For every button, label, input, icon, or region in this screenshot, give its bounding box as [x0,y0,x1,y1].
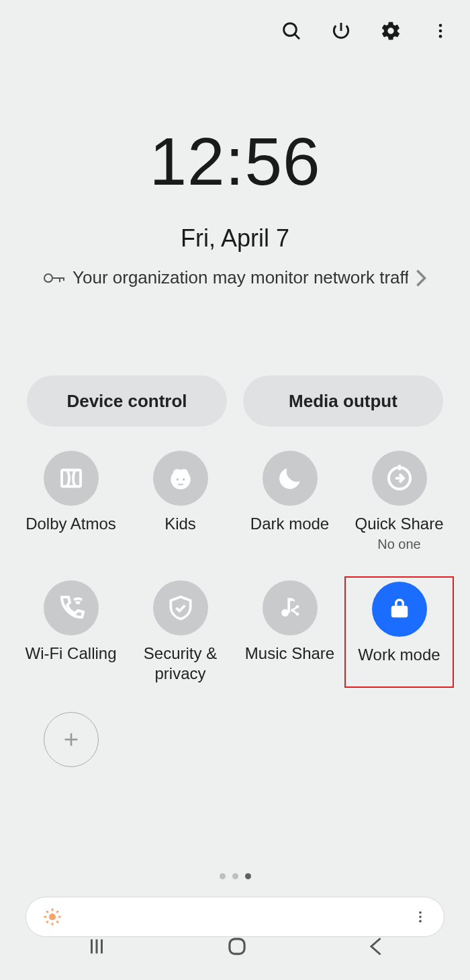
page-dot[interactable] [245,873,251,879]
chevron-right-icon [415,269,427,287]
recents-button[interactable] [85,934,109,959]
page-dot[interactable] [232,873,238,879]
tile-label: Security & privacy [127,643,234,684]
svg-point-0 [284,24,297,36]
page-indicator [0,873,470,879]
shield-icon [153,580,208,635]
tile-label: Kids [164,514,196,534]
clock-date: Fri, April 7 [0,224,470,253]
tile-label: Work mode [358,645,440,665]
device-control-label: Device control [66,391,187,412]
tile-dolby-atmos[interactable]: Dolby Atmos [16,447,126,556]
home-button[interactable] [224,934,250,959]
plus-icon [44,712,99,767]
tile-label: Dark mode [250,514,329,534]
organization-notice[interactable]: Your organization may monitor network tr… [0,267,470,288]
clock-time: 12:56 [0,128,470,195]
power-icon[interactable] [330,20,352,42]
svg-point-2 [439,24,442,28]
kids-icon [153,451,208,506]
tile-add[interactable] [16,708,126,799]
tile-label: Wi-Fi Calling [25,643,116,664]
svg-rect-17 [287,598,290,613]
tile-wifi-calling[interactable]: Wi-Fi Calling [16,576,126,688]
tile-quick-share[interactable]: Quick Share No one [344,447,454,556]
svg-point-11 [176,478,179,481]
dolby-icon [44,451,99,506]
more-icon[interactable] [430,20,451,42]
svg-point-22 [291,609,294,612]
top-action-bar [0,0,470,47]
tile-work-mode[interactable]: Work mode [344,576,454,688]
tile-music-share[interactable]: Music Share [235,576,344,688]
media-output-button[interactable]: Media output [243,375,443,427]
music-share-icon [263,580,318,635]
svg-rect-41 [230,939,244,954]
tile-label: Dolby Atmos [26,514,116,534]
clock-block: 12:56 Fri, April 7 Your organization may… [0,128,470,288]
pill-row: Device control Media output [0,375,470,427]
organization-text: Your organization may monitor network tr… [73,267,408,288]
back-button[interactable] [365,934,385,959]
tile-kids[interactable]: Kids [126,447,235,556]
svg-point-12 [182,478,185,481]
svg-point-5 [44,274,52,282]
tile-security-privacy[interactable]: Security & privacy [126,576,235,688]
svg-rect-23 [391,606,408,618]
wifi-call-icon [44,580,99,635]
tile-label: Quick Share [355,514,443,534]
briefcase-icon [372,582,427,637]
svg-point-4 [439,35,442,38]
media-output-label: Media output [289,391,397,412]
share-cycle-icon [372,451,427,506]
key-icon [43,271,66,285]
moon-icon [263,451,318,506]
svg-line-1 [295,34,299,39]
svg-point-3 [439,30,442,33]
search-icon[interactable] [281,20,302,42]
page-dot[interactable] [220,873,226,879]
device-control-button[interactable]: Device control [27,375,227,427]
tile-label: Music Share [245,643,334,664]
quick-settings-grid: Dolby Atmos Kids Dark mode Quick Share N… [0,427,470,799]
navigation-bar [0,913,470,980]
gear-icon[interactable] [380,20,402,42]
tile-dark-mode[interactable]: Dark mode [235,447,344,556]
tile-subtext: No one [377,537,421,552]
